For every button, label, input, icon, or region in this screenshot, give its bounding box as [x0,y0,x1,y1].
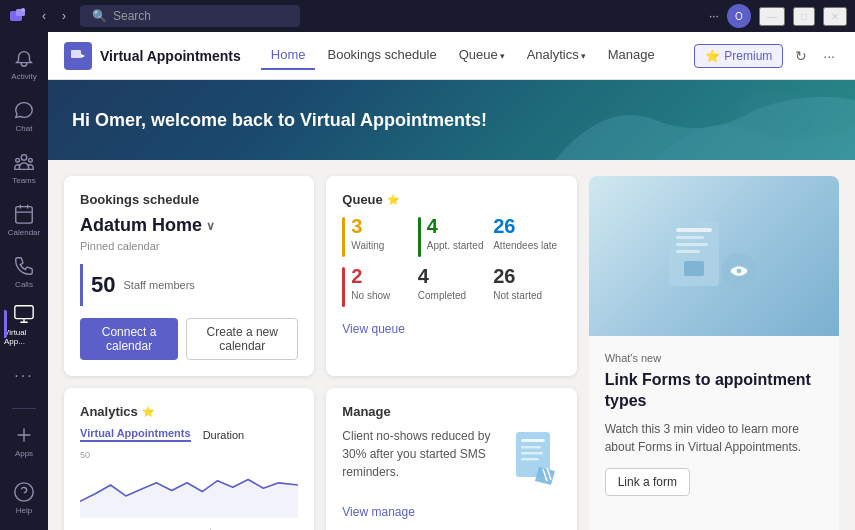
attendees-late-label: Attendees late [493,240,560,251]
completed-count: 4 [418,265,485,288]
svg-rect-13 [684,261,704,276]
calendar-sub: Pinned calendar [80,240,298,252]
chart-svg [80,450,298,520]
sidebar-item-teams[interactable]: Teams [4,144,44,192]
refresh-button[interactable]: ↻ [791,44,811,68]
waiting-count: 3 [351,215,384,238]
teams-icon [13,151,35,173]
no-show-bar [342,267,345,307]
avatar[interactable]: O [727,4,751,28]
manage-card-title: Manage [342,404,560,419]
sidebar-item-virtual-appointments[interactable]: Virtual App... [4,300,44,348]
link-form-button[interactable]: Link a form [605,468,690,496]
appt-started-bar [418,217,421,257]
svg-rect-21 [521,458,539,461]
title-bar-nav: ‹ › [36,7,72,25]
title-bar-menu-icon[interactable]: ··· [709,9,719,23]
bookings-card: Bookings schedule Adatum Home ∨ Pinned c… [64,176,314,376]
card-actions: Connect a calendar Create a new calendar [80,318,298,360]
view-queue-link[interactable]: View queue [342,322,405,336]
app-title-text: Virtual Appointments [100,48,241,64]
queue-stat-no-show: 2 No show [342,265,409,307]
nav-item-home[interactable]: Home [261,41,316,70]
manage-card: Manage Client no-shows reduced by 30% af… [326,388,576,530]
premium-label: Premium [724,49,772,63]
sidebar-item-apps-label: Apps [15,449,33,458]
more-options-button[interactable]: ··· [819,44,839,68]
chart-y-label: 50 [80,450,90,460]
search-bar[interactable]: 🔍 Search [80,5,300,27]
queue-dropdown-icon: ▾ [500,51,505,61]
help-icon [13,481,35,503]
svg-point-16 [741,268,747,274]
svg-rect-20 [521,452,543,455]
search-icon: 🔍 [92,9,107,23]
title-bar-left: ‹ › 🔍 Search [8,5,300,27]
svg-rect-11 [676,243,708,246]
sidebar-item-activity[interactable]: Activity [4,40,44,88]
connect-calendar-button[interactable]: Connect a calendar [80,318,178,360]
sidebar-item-help[interactable]: Help [4,474,44,522]
close-button[interactable]: ✕ [823,7,847,26]
staff-label: Staff members [123,279,194,291]
svg-point-2 [21,8,25,12]
not-started-count: 26 [493,265,560,288]
sidebar-item-chat-label: Chat [16,124,33,133]
nav-item-bookings[interactable]: Bookings schedule [317,41,446,70]
svg-rect-12 [676,250,700,253]
svg-rect-9 [676,228,712,232]
sidebar-item-calendar[interactable]: Calendar [4,196,44,244]
sidebar-item-help-label: Help [16,506,32,515]
apps-icon [13,424,35,446]
svg-point-5 [15,483,33,501]
analytics-premium-icon: ⭐ [142,406,154,417]
premium-star-icon: ⭐ [705,49,720,63]
sidebar-nav: Activity Chat Teams Calendar Calls Virtu… [0,32,48,530]
premium-button[interactable]: ⭐ Premium [694,44,783,68]
promo-description: Watch this 3 min video to learn more abo… [605,420,823,456]
queue-stat-appt-started: 4 Appt. started [418,215,485,257]
sidebar-item-calls-label: Calls [15,280,33,289]
queue-stats-grid: 3 Waiting 4 Appt. started 26 [342,215,560,307]
nav-item-queue[interactable]: Queue▾ [449,41,515,70]
sidebar-item-more[interactable]: ··· [4,352,44,400]
calendar-icon [13,203,35,225]
svg-point-14 [721,253,757,289]
sidebar-item-chat[interactable]: Chat [4,92,44,140]
va-icon [70,48,86,64]
waiting-bar [342,217,345,257]
top-nav: Home Bookings schedule Queue▾ Analytics▾… [261,41,665,70]
hero-banner: Hi Omer, welcome back to Virtual Appoint… [48,80,855,160]
sidebar-divider [12,408,36,409]
sidebar-item-calendar-label: Calendar [8,228,40,237]
nav-forward-button[interactable]: › [56,7,72,25]
view-manage-link[interactable]: View manage [342,505,415,519]
calendar-dropdown-icon[interactable]: ∨ [206,219,215,233]
maximize-button[interactable]: □ [793,7,815,26]
chart-area: 50 [80,450,298,520]
svg-rect-6 [71,50,81,58]
minimize-button[interactable]: — [759,7,785,26]
promo-whats-new: What's new [605,352,823,364]
queue-card-title: Queue ⭐ [342,192,560,207]
create-calendar-button[interactable]: Create a new calendar [186,318,298,360]
analytics-dropdown-icon: ▾ [581,51,586,61]
legend-duration[interactable]: Duration [203,427,245,442]
search-placeholder: Search [113,9,151,23]
manage-description: Client no-shows reduced by 30% after you… [342,427,498,481]
queue-stat-not-started: 26 Not started [493,265,560,307]
promo-body: What's new Link Forms to appointment typ… [589,336,839,530]
nav-item-analytics[interactable]: Analytics▾ [517,41,596,70]
sidebar-item-apps[interactable]: Apps [4,417,44,465]
title-bar: ‹ › 🔍 Search ··· O — □ ✕ [0,0,855,32]
sidebar-item-calls[interactable]: Calls [4,248,44,296]
appt-started-count: 4 [427,215,484,238]
sidebar-item-virtual-label: Virtual App... [4,328,44,346]
content-area: Virtual Appointments Home Bookings sched… [48,32,855,530]
nav-back-button[interactable]: ‹ [36,7,52,25]
legend-virtual-appointments[interactable]: Virtual Appointments [80,427,191,442]
main-wrapper: Activity Chat Teams Calendar Calls Virtu… [0,32,855,530]
nav-item-manage[interactable]: Manage [598,41,665,70]
app-top-bar: Virtual Appointments Home Bookings sched… [48,32,855,80]
cards-area: Bookings schedule Adatum Home ∨ Pinned c… [48,160,855,530]
